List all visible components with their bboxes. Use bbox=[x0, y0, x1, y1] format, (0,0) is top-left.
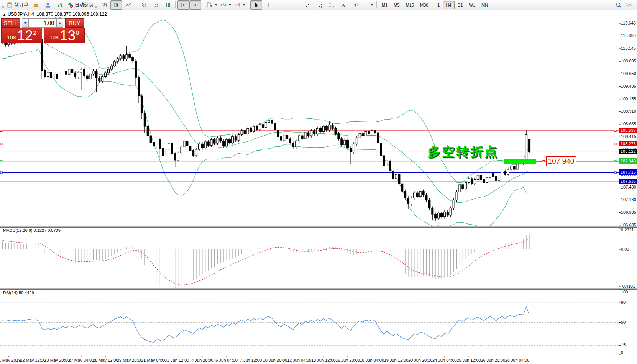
indicators-button[interactable] bbox=[205, 0, 219, 10]
profiles-button[interactable] bbox=[42, 0, 54, 10]
equidistant-channel-button[interactable]: E bbox=[314, 0, 325, 10]
price-level-label-red[interactable]: 108.276 bbox=[619, 141, 637, 146]
zoom-out-button[interactable] bbox=[150, 0, 162, 10]
date-axis-label[interactable]: 27 May 04:00 bbox=[69, 358, 94, 362]
timeframe-h1-button[interactable]: H1 bbox=[431, 1, 443, 9]
date-axis-label[interactable]: 28 Jun 04:00 bbox=[505, 358, 530, 362]
periods-button[interactable] bbox=[219, 0, 233, 10]
line-chart-button[interactable] bbox=[122, 0, 134, 10]
rsi-axis-tick[interactable]: 0 bbox=[621, 350, 623, 355]
timeframe-h4-button[interactable]: H4 bbox=[443, 1, 454, 9]
rsi-axis-tick[interactable]: 50 bbox=[621, 320, 626, 325]
date-axis-label[interactable]: 10 Jun 20:00 bbox=[263, 358, 287, 362]
sell-price-box[interactable]: 108122 bbox=[1, 28, 42, 43]
macd-axis-tick[interactable]: 0.00 bbox=[621, 247, 629, 251]
date-axis-label[interactable]: 7 Jun 12:00 bbox=[240, 358, 262, 362]
candlestick-chart-button[interactable] bbox=[110, 0, 122, 10]
date-axis-label[interactable]: 12 Jun 04:00 bbox=[287, 358, 312, 362]
rsi-axis-tick[interactable]: 80 bbox=[621, 300, 626, 305]
date-axis-label[interactable]: 26 Jun 20:00 bbox=[481, 358, 505, 362]
date-axis-label[interactable]: 31 May 04:00 bbox=[141, 358, 167, 362]
price-axis-tick[interactable]: 109.650 bbox=[621, 71, 636, 76]
date-axis-label[interactable]: 23 May 20:00 bbox=[44, 358, 70, 362]
date-axis-label[interactable]: 3 Jun 12:00 bbox=[167, 358, 189, 362]
toolbar-grip[interactable] bbox=[95, 2, 97, 8]
arrows-button[interactable] bbox=[361, 0, 375, 10]
highlight-price-label[interactable]: 107.940 bbox=[546, 156, 576, 166]
new-order-button[interactable]: 新订单 bbox=[5, 0, 30, 10]
timeframe-m5-button[interactable]: M5 bbox=[391, 1, 402, 9]
chart-plot[interactable] bbox=[0, 10, 637, 364]
date-axis-label[interactable]: 21 May 2019 bbox=[0, 358, 21, 362]
date-axis-label[interactable]: 20 Jun 20:00 bbox=[408, 358, 433, 362]
date-axis-label[interactable]: 19 Jun 12:00 bbox=[384, 358, 409, 362]
date-axis-label[interactable]: 16 Jun 23:00 bbox=[335, 358, 360, 362]
search-icon[interactable] bbox=[616, 2, 622, 8]
fibonacci-button[interactable]: F bbox=[325, 0, 337, 10]
macd-axis-tick[interactable]: 0.2321 bbox=[621, 228, 634, 232]
auto-scroll-button[interactable] bbox=[177, 0, 189, 10]
text-label-button[interactable]: T bbox=[349, 0, 361, 10]
rsi-axis-tick[interactable]: 15 bbox=[621, 343, 626, 347]
bar-chart-button[interactable] bbox=[99, 0, 110, 10]
zoom-in-button[interactable] bbox=[138, 0, 150, 10]
price-axis-tick[interactable]: 110.640 bbox=[621, 21, 636, 25]
date-axis-label[interactable]: 25 Jun 12:00 bbox=[456, 358, 481, 362]
vertical-line-button[interactable] bbox=[278, 0, 290, 10]
toolbar-grip[interactable] bbox=[2, 2, 4, 8]
price-level-label-blue[interactable]: 107.716 bbox=[619, 169, 637, 175]
date-axis-label[interactable]: 28 May 12:00 bbox=[93, 358, 118, 362]
date-axis-label[interactable]: 18 Jun 04:00 bbox=[360, 358, 384, 362]
price-axis-tick[interactable]: 107.180 bbox=[621, 197, 636, 202]
text-button[interactable]: A bbox=[337, 0, 349, 10]
rsi-axis-tick[interactable]: 100 bbox=[621, 290, 628, 294]
price-axis-tick[interactable]: 106.935 bbox=[621, 210, 636, 215]
auto-trading-button[interactable]: 自动交易 bbox=[66, 0, 95, 10]
buy-price-box[interactable]: 108138 bbox=[44, 28, 85, 43]
price-level-label-black[interactable]: 108.122 bbox=[619, 149, 637, 154]
price-axis-tick[interactable]: 108.910 bbox=[621, 109, 636, 113]
volume-decrease-button[interactable] bbox=[22, 18, 29, 28]
price-axis-tick[interactable]: 107.430 bbox=[621, 185, 636, 189]
timeframe-m30-button[interactable]: M30 bbox=[417, 1, 431, 9]
volume-increase-button[interactable] bbox=[56, 18, 63, 28]
date-axis-label[interactable]: 29 May 20:00 bbox=[117, 358, 143, 362]
trendline-button[interactable] bbox=[302, 0, 314, 10]
price-level-label-red[interactable]: 108.537 bbox=[619, 128, 637, 133]
chart-shift-button[interactable] bbox=[189, 0, 201, 10]
date-axis-label[interactable]: 13 Jun 12:00 bbox=[311, 358, 336, 362]
collapse-icon[interactable]: ▲ bbox=[3, 13, 6, 16]
price-axis-tick[interactable]: 110.145 bbox=[621, 46, 636, 51]
volume-input[interactable] bbox=[29, 18, 56, 28]
tile-windows-button[interactable] bbox=[162, 0, 174, 10]
price-axis-tick[interactable]: 106.685 bbox=[621, 223, 636, 227]
chart-annotation-text[interactable]: 多空转折点 bbox=[428, 143, 499, 161]
highlight-rectangle[interactable] bbox=[504, 159, 536, 164]
date-axis-label[interactable]: 4 Jun 20:00 bbox=[191, 358, 213, 362]
market-watch-button[interactable] bbox=[30, 0, 42, 10]
cursor-button[interactable] bbox=[250, 0, 262, 10]
timeframe-mn-button[interactable]: MN bbox=[478, 1, 491, 9]
date-axis-label[interactable]: 24 Jun 04:00 bbox=[432, 358, 457, 362]
timeframe-m15-button[interactable]: M15 bbox=[403, 1, 417, 9]
price-axis-tick[interactable]: 108.665 bbox=[621, 121, 636, 126]
price-axis-tick[interactable]: 109.895 bbox=[621, 59, 636, 63]
price-level-label-green[interactable]: 107.940 bbox=[619, 158, 637, 164]
timeframe-m1-button[interactable]: M1 bbox=[379, 1, 391, 9]
price-axis-tick[interactable]: 110.390 bbox=[621, 33, 636, 38]
chat-icon[interactable] bbox=[626, 2, 632, 8]
timeframe-w1-button[interactable]: W1 bbox=[466, 1, 479, 9]
price-axis-tick[interactable]: 108.415 bbox=[621, 134, 636, 139]
templates-button[interactable] bbox=[233, 0, 246, 10]
price-axis-tick[interactable]: 109.155 bbox=[621, 97, 636, 101]
buy-button[interactable]: BUY bbox=[65, 18, 84, 28]
horizontal-line-button[interactable] bbox=[290, 0, 302, 10]
date-axis-label[interactable]: 22 May 12:00 bbox=[20, 358, 46, 362]
date-axis-label[interactable]: 6 Jun 04:00 bbox=[215, 358, 238, 362]
timeframe-d1-button[interactable]: D1 bbox=[455, 1, 466, 9]
crosshair-button[interactable] bbox=[262, 0, 274, 10]
sell-button[interactable]: SELL bbox=[1, 18, 20, 28]
price-level-label-blue[interactable]: 107.536 bbox=[619, 179, 637, 184]
price-axis-tick[interactable]: 109.405 bbox=[621, 84, 636, 89]
signals-button[interactable] bbox=[54, 0, 66, 10]
